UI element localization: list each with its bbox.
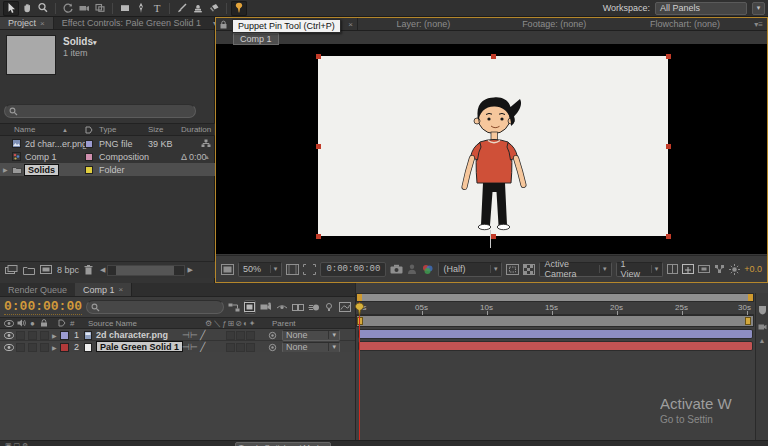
camera-tool-icon[interactable]	[76, 1, 92, 16]
selection-handle[interactable]	[666, 144, 671, 149]
zoom-tool-icon[interactable]	[35, 1, 51, 16]
resolution-dropdown[interactable]: (Half)▾	[438, 262, 502, 277]
lock-icon[interactable]	[216, 18, 230, 30]
pen-tool-icon[interactable]	[133, 1, 149, 16]
project-row-solids[interactable]: ▶ Solids Folder	[0, 163, 215, 176]
layer-label-chip[interactable]	[60, 329, 69, 341]
comp-marker-icon[interactable]	[756, 305, 768, 315]
layer-bar-1[interactable]	[358, 329, 753, 339]
layer-bar-2[interactable]	[358, 341, 753, 351]
expand-triangle-icon[interactable]: ▶	[3, 166, 8, 173]
column-name[interactable]: Name	[14, 125, 35, 134]
type-tool-icon[interactable]: T	[149, 1, 165, 16]
panel-menu-icon[interactable]: ▾≡	[750, 18, 767, 30]
brainstorm-icon[interactable]	[324, 300, 335, 314]
selection-handle[interactable]	[491, 234, 496, 239]
toggle-switches-modes-button[interactable]: Toggle Switches / Modes	[235, 442, 331, 446]
eraser-tool-icon[interactable]	[206, 1, 222, 16]
scrollbar-thumb[interactable]	[116, 266, 174, 275]
rotation-tool-icon[interactable]	[60, 1, 76, 16]
label-color-chip[interactable]	[85, 140, 93, 148]
new-composition-icon[interactable]	[40, 265, 52, 275]
work-area-end-handle[interactable]	[745, 317, 751, 325]
magnification-dropdown[interactable]: 50%▾	[238, 262, 282, 277]
comp-viewer[interactable]	[216, 44, 767, 254]
bottom-mini-icons[interactable]: ▣ ◲ ⚙	[5, 442, 28, 446]
tab-render-queue[interactable]: Render Queue	[0, 283, 75, 296]
share-view-icon[interactable]	[667, 264, 678, 274]
collapse-switch[interactable]: ⊣⊢	[182, 329, 198, 341]
parent-dropdown[interactable]: None▾	[282, 329, 340, 341]
close-icon[interactable]: ×	[348, 20, 353, 29]
navigator-start-handle[interactable]	[357, 294, 362, 301]
show-snapshot-icon[interactable]	[407, 264, 417, 275]
current-time-display[interactable]: 0:00:00:00	[4, 299, 82, 315]
selection-handle[interactable]	[666, 234, 671, 239]
live-update-icon[interactable]	[244, 300, 255, 314]
eye-icon[interactable]	[4, 329, 14, 341]
selection-handle[interactable]	[316, 144, 321, 149]
transparency-grid-icon[interactable]	[523, 264, 535, 275]
scroll-up-icon[interactable]: ▲	[204, 154, 210, 160]
selection-handle[interactable]	[666, 54, 671, 59]
graph-editor-icon[interactable]	[339, 300, 351, 314]
hide-shy-layers-icon[interactable]	[276, 300, 288, 314]
lock-toggle[interactable]	[40, 329, 50, 341]
always-preview-icon[interactable]	[221, 264, 234, 275]
solo-toggle[interactable]	[28, 329, 38, 341]
lock-views-icon[interactable]	[682, 264, 694, 274]
bit-depth[interactable]: 8 bpc	[57, 265, 79, 275]
region-of-interest-icon[interactable]	[303, 264, 316, 275]
puppet-pin-tool-icon[interactable]	[231, 1, 247, 16]
draft-3d-icon[interactable]	[260, 300, 272, 314]
selection-tool-icon[interactable]	[3, 1, 19, 16]
label-column-icon[interactable]	[85, 126, 93, 134]
hand-tool-icon[interactable]	[19, 1, 35, 16]
view-layout-dropdown[interactable]: 1 View▾	[616, 262, 664, 277]
scroll-up-icon[interactable]: ▲	[756, 337, 768, 344]
camera-marker-icon[interactable]	[756, 323, 768, 331]
new-folder-icon[interactable]	[23, 266, 35, 275]
show-channels-icon[interactable]	[421, 264, 434, 275]
close-icon[interactable]: ×	[40, 19, 45, 28]
tab-flowchart[interactable]: Flowchart: (none)	[620, 18, 751, 30]
pan-behind-tool-icon[interactable]	[92, 1, 108, 16]
source-name-column[interactable]: Source Name	[88, 319, 137, 328]
tab-timeline-comp[interactable]: Comp 1 ×	[75, 283, 132, 296]
viewer-timecode[interactable]: 0:00:00:00	[320, 262, 386, 277]
parent-column[interactable]: Parent	[272, 319, 296, 328]
shape-tool-icon[interactable]	[117, 1, 133, 16]
target-region-icon[interactable]	[506, 264, 519, 275]
navigator-end-handle[interactable]	[748, 294, 753, 301]
interpret-footage-icon[interactable]	[5, 265, 18, 275]
safe-margins-icon[interactable]	[286, 264, 299, 275]
switch-box[interactable]	[226, 329, 256, 341]
label-color-chip[interactable]	[85, 166, 93, 174]
workspace-dropdown-arrow[interactable]: ▾	[752, 2, 765, 15]
project-horizontal-scrollbar[interactable]: ◀ ▶	[98, 265, 195, 276]
tab-effect-controls[interactable]: Effect Controls: Pale Green Solid 1	[54, 17, 209, 29]
layer-name[interactable]: 2d character.png	[96, 329, 168, 341]
close-icon[interactable]: ×	[119, 285, 124, 294]
pixel-aspect-icon[interactable]	[698, 264, 710, 274]
tab-project[interactable]: Project ×	[0, 17, 54, 29]
delete-icon[interactable]	[84, 265, 93, 275]
layer-row-1[interactable]: ▶ 1 2d character.png ⊣⊢ ╱ None▾	[0, 329, 355, 341]
column-type[interactable]: Type	[99, 125, 116, 134]
audio-toggle[interactable]	[16, 329, 26, 341]
frame-blending-icon[interactable]	[292, 300, 304, 314]
sort-asc-icon[interactable]: ▲	[62, 127, 68, 133]
selection-handle[interactable]	[491, 54, 496, 59]
snapshot-camera-icon[interactable]	[390, 264, 403, 274]
tab-layer[interactable]: Layer: (none)	[358, 18, 489, 30]
workspace-dropdown[interactable]: All Panels	[655, 2, 747, 15]
layer-name[interactable]: Pale Green Solid 1	[96, 341, 183, 352]
fast-previews-icon[interactable]	[714, 264, 725, 274]
selection-handle[interactable]	[316, 54, 321, 59]
motion-blur-icon[interactable]	[308, 300, 320, 314]
project-row-comp[interactable]: Comp 1 Composition Δ 0:00 ▲	[0, 150, 215, 163]
comp-viewer-tab[interactable]: Comp 1	[233, 33, 279, 45]
project-row-footage[interactable]: 2d char...er.png PNG file 39 KB	[0, 137, 215, 150]
selection-handle[interactable]	[316, 234, 321, 239]
tab-footage[interactable]: Footage: (none)	[489, 18, 620, 30]
